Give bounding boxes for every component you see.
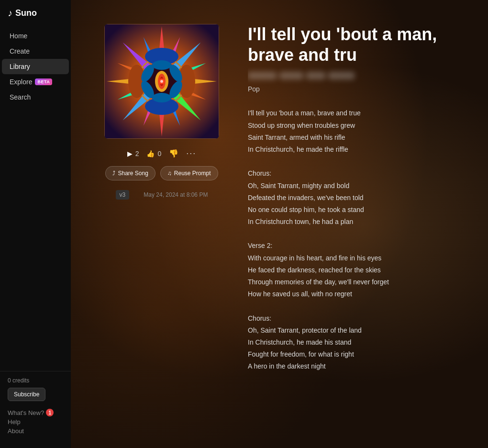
version-row: v3 May 24, 2024 at 8:06 PM bbox=[100, 190, 224, 200]
whats-new-label: What's New? bbox=[8, 409, 44, 416]
more-options-button[interactable]: ··· bbox=[186, 148, 196, 158]
reuse-label: Reuse Prompt bbox=[174, 170, 211, 177]
left-panel: ▶ 2 👍 0 👎 ··· ⤴ Share Song bbox=[100, 24, 224, 434]
blur-block-2 bbox=[279, 72, 303, 79]
content-area: ▶ 2 👍 0 👎 ··· ⤴ Share Song bbox=[71, 0, 488, 448]
blur-block-1 bbox=[248, 72, 277, 79]
play-button[interactable]: ▶ 2 bbox=[127, 150, 139, 157]
reuse-prompt-button[interactable]: ♫ Reuse Prompt bbox=[160, 166, 218, 180]
logo-icon: ♪ bbox=[8, 8, 12, 19]
song-date: May 24, 2024 at 8:06 PM bbox=[144, 191, 208, 198]
lyrics-panel[interactable]: I'll tell you 'bout a man, brave and tru… bbox=[248, 24, 469, 434]
song-genre: Pop bbox=[248, 85, 464, 93]
credits-display: 0 credits bbox=[8, 377, 63, 384]
blur-block-4 bbox=[328, 72, 355, 79]
subscribe-button[interactable]: Subscribe bbox=[8, 388, 45, 401]
sidebar-bottom: 0 credits Subscribe What's New? 1 Help A… bbox=[0, 371, 71, 440]
ellipsis-icon: ··· bbox=[186, 148, 196, 158]
sidebar-item-search[interactable]: Search bbox=[2, 90, 69, 105]
main-content: ▶ 2 👍 0 👎 ··· ⤴ Share Song bbox=[71, 0, 488, 448]
app-logo: ♪ Suno bbox=[0, 8, 71, 28]
music-icon: ♫ bbox=[167, 170, 172, 177]
thumbs-down-icon: 👎 bbox=[169, 149, 178, 157]
sidebar-item-library[interactable]: Library bbox=[2, 59, 69, 74]
about-link[interactable]: About bbox=[8, 427, 63, 435]
svg-point-35 bbox=[160, 80, 163, 83]
beta-badge: BETA bbox=[35, 78, 52, 85]
song-controls: ▶ 2 👍 0 👎 ··· bbox=[100, 148, 224, 158]
help-label: Help bbox=[8, 418, 21, 426]
action-buttons: ⤴ Share Song ♫ Reuse Prompt bbox=[105, 166, 218, 180]
sidebar-links: What's New? 1 Help About bbox=[8, 409, 63, 435]
sidebar-item-label: Library bbox=[10, 63, 30, 70]
svg-point-27 bbox=[152, 60, 171, 70]
play-icon: ▶ bbox=[127, 150, 133, 157]
dislike-button[interactable]: 👎 bbox=[169, 149, 178, 158]
like-button[interactable]: 👍 0 bbox=[146, 150, 161, 157]
share-icon: ⤴ bbox=[112, 170, 115, 177]
song-title: I'll tell you 'bout a man, brave and tru bbox=[248, 24, 464, 65]
app-name: Suno bbox=[15, 8, 37, 18]
whats-new-link[interactable]: What's New? 1 bbox=[8, 409, 63, 416]
blur-block-3 bbox=[306, 72, 325, 79]
like-count: 0 bbox=[157, 150, 161, 157]
lyrics-content: I'll tell you 'bout a man, brave and tru… bbox=[248, 107, 464, 372]
thumbs-up-icon: 👍 bbox=[146, 150, 155, 157]
sidebar-item-label: Explore bbox=[10, 78, 32, 86]
svg-point-30 bbox=[152, 93, 171, 102]
artist-info-blurred bbox=[248, 72, 464, 79]
about-label: About bbox=[8, 427, 24, 435]
sidebar: ♪ Suno Home Create Library Explore BETA … bbox=[0, 0, 71, 448]
main-nav: Home Create Library Explore BETA Search bbox=[0, 28, 71, 371]
sidebar-item-home[interactable]: Home bbox=[2, 28, 69, 44]
sidebar-item-label: Search bbox=[10, 93, 31, 101]
sidebar-item-explore[interactable]: Explore BETA bbox=[2, 74, 69, 90]
sidebar-item-label: Home bbox=[10, 32, 27, 40]
album-art bbox=[104, 24, 219, 139]
sidebar-item-create[interactable]: Create bbox=[2, 44, 69, 59]
share-song-button[interactable]: ⤴ Share Song bbox=[105, 166, 155, 180]
help-link[interactable]: Help bbox=[8, 418, 63, 426]
whats-new-badge: 1 bbox=[46, 409, 54, 416]
share-label: Share Song bbox=[118, 170, 148, 177]
sidebar-item-label: Create bbox=[10, 47, 30, 55]
play-count: 2 bbox=[135, 150, 139, 157]
version-tag: v3 bbox=[116, 190, 130, 200]
